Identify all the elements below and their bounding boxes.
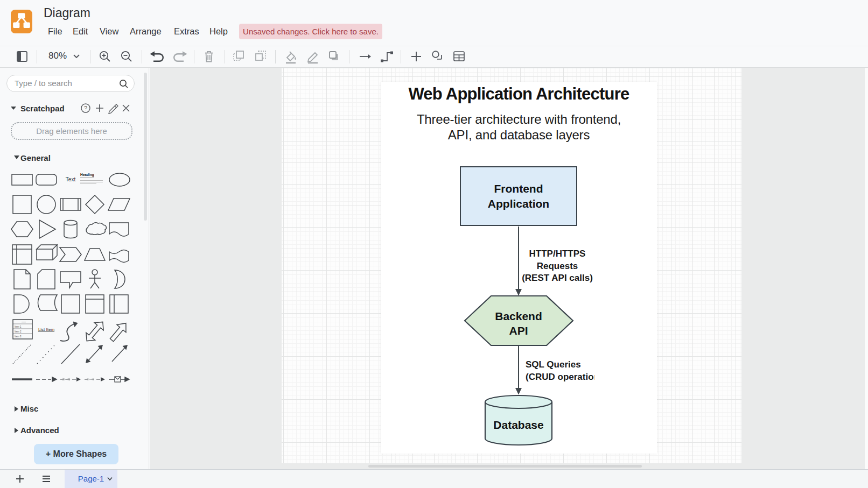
svg-text:Item 3: Item 3	[15, 335, 22, 338]
svg-text:Item 1: Item 1	[15, 326, 22, 328]
svg-text:Text: Text	[66, 176, 76, 182]
svg-text:Heading: Heading	[80, 173, 94, 177]
svg-text:List Item: List Item	[38, 327, 55, 332]
svg-text:?: ?	[84, 105, 87, 111]
svg-text:Item 2: Item 2	[15, 330, 22, 333]
